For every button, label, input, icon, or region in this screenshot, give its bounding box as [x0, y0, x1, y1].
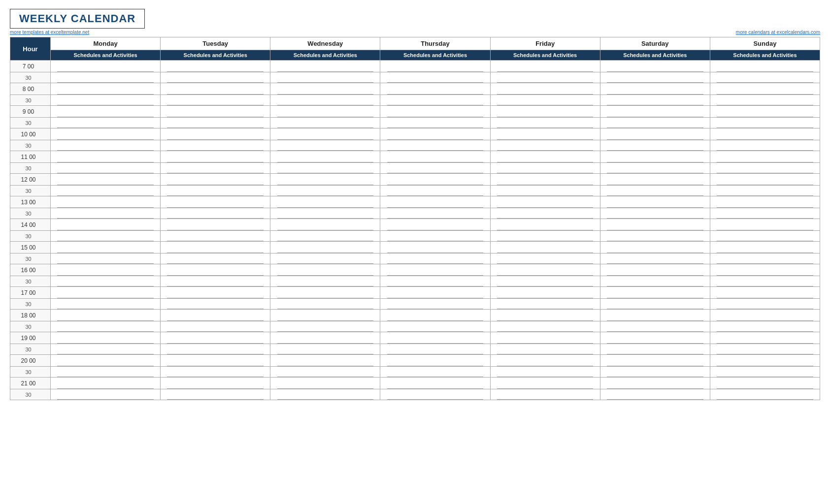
slot-7-00-day5[interactable] — [600, 61, 710, 72]
slot-18-00-day0[interactable] — [51, 310, 161, 321]
slot-13-00-day3[interactable] — [380, 196, 490, 208]
slot-15-30-day3[interactable] — [380, 253, 490, 264]
slot-16-30-day4[interactable] — [490, 276, 600, 287]
slot-18-30-day6[interactable] — [710, 321, 820, 332]
slot-15-30-day1[interactable] — [161, 253, 270, 264]
slot-7-30-day3[interactable] — [380, 72, 490, 83]
slot-16-30-day0[interactable] — [51, 276, 161, 287]
slot-7-30-day6[interactable] — [710, 72, 820, 83]
slot-17-00-day4[interactable] — [490, 287, 600, 299]
slot-8-00-day3[interactable] — [380, 83, 490, 95]
slot-11-30-day2[interactable] — [270, 163, 380, 174]
slot-9-00-day1[interactable] — [161, 106, 270, 118]
slot-13-30-day0[interactable] — [51, 208, 161, 219]
slot-7-00-day2[interactable] — [270, 61, 380, 72]
slot-10-00-day5[interactable] — [600, 128, 710, 140]
slot-20-00-day6[interactable] — [710, 355, 820, 367]
slot-19-30-day6[interactable] — [710, 344, 820, 355]
slot-18-30-day1[interactable] — [161, 321, 270, 332]
slot-16-00-day1[interactable] — [161, 264, 270, 276]
slot-16-30-day3[interactable] — [380, 276, 490, 287]
slot-8-30-day1[interactable] — [161, 95, 270, 106]
slot-18-30-day5[interactable] — [600, 321, 710, 332]
slot-12-30-day3[interactable] — [380, 186, 490, 196]
slot-15-00-day1[interactable] — [161, 242, 270, 253]
slot-17-30-day1[interactable] — [161, 299, 270, 310]
slot-10-00-day0[interactable] — [51, 128, 161, 140]
slot-21-30-day3[interactable] — [380, 389, 490, 400]
slot-21-00-day2[interactable] — [270, 378, 380, 389]
slot-12-00-day6[interactable] — [710, 174, 820, 186]
slot-8-30-day4[interactable] — [490, 95, 600, 106]
slot-17-30-day3[interactable] — [380, 299, 490, 310]
slot-21-30-day2[interactable] — [270, 389, 380, 400]
slot-13-00-day1[interactable] — [161, 196, 270, 208]
slot-10-00-day3[interactable] — [380, 128, 490, 140]
slot-19-30-day0[interactable] — [51, 344, 161, 355]
slot-12-30-day0[interactable] — [51, 186, 161, 196]
slot-16-00-day3[interactable] — [380, 264, 490, 276]
slot-17-30-day5[interactable] — [600, 299, 710, 310]
slot-11-30-day6[interactable] — [710, 163, 820, 174]
slot-21-00-day1[interactable] — [161, 378, 270, 389]
slot-7-30-day1[interactable] — [161, 72, 270, 83]
slot-16-00-day0[interactable] — [51, 264, 161, 276]
slot-15-00-day3[interactable] — [380, 242, 490, 253]
slot-15-00-day2[interactable] — [270, 242, 380, 253]
slot-9-30-day5[interactable] — [600, 118, 710, 128]
slot-13-30-day6[interactable] — [710, 208, 820, 219]
slot-18-30-day3[interactable] — [380, 321, 490, 332]
slot-10-30-day2[interactable] — [270, 140, 380, 151]
slot-14-00-day6[interactable] — [710, 219, 820, 231]
slot-21-30-day6[interactable] — [710, 389, 820, 400]
slot-18-00-day6[interactable] — [710, 310, 820, 321]
slot-20-00-day5[interactable] — [600, 355, 710, 367]
slot-15-30-day4[interactable] — [490, 253, 600, 264]
slot-15-00-day5[interactable] — [600, 242, 710, 253]
slot-8-00-day6[interactable] — [710, 83, 820, 95]
slot-16-00-day4[interactable] — [490, 264, 600, 276]
slot-19-30-day2[interactable] — [270, 344, 380, 355]
slot-10-30-day4[interactable] — [490, 140, 600, 151]
slot-7-30-day0[interactable] — [51, 72, 161, 83]
slot-8-30-day0[interactable] — [51, 95, 161, 106]
slot-20-00-day0[interactable] — [51, 355, 161, 367]
slot-10-00-day6[interactable] — [710, 128, 820, 140]
slot-15-30-day2[interactable] — [270, 253, 380, 264]
slot-12-30-day2[interactable] — [270, 186, 380, 196]
slot-16-30-day5[interactable] — [600, 276, 710, 287]
slot-11-00-day2[interactable] — [270, 151, 380, 163]
slot-16-30-day6[interactable] — [710, 276, 820, 287]
slot-9-30-day2[interactable] — [270, 118, 380, 128]
slot-20-30-day2[interactable] — [270, 367, 380, 378]
slot-18-30-day2[interactable] — [270, 321, 380, 332]
slot-19-00-day0[interactable] — [51, 332, 161, 344]
slot-17-00-day3[interactable] — [380, 287, 490, 299]
slot-18-00-day4[interactable] — [490, 310, 600, 321]
slot-8-00-day2[interactable] — [270, 83, 380, 95]
slot-7-00-day3[interactable] — [380, 61, 490, 72]
slot-21-00-day3[interactable] — [380, 378, 490, 389]
slot-7-00-day0[interactable] — [51, 61, 161, 72]
slot-14-30-day5[interactable] — [600, 231, 710, 242]
slot-11-00-day0[interactable] — [51, 151, 161, 163]
slot-10-00-day1[interactable] — [161, 128, 270, 140]
slot-12-00-day5[interactable] — [600, 174, 710, 186]
slot-10-00-day2[interactable] — [270, 128, 380, 140]
slot-17-30-day0[interactable] — [51, 299, 161, 310]
slot-17-30-day6[interactable] — [710, 299, 820, 310]
slot-21-00-day6[interactable] — [710, 378, 820, 389]
slot-9-00-day6[interactable] — [710, 106, 820, 118]
slot-11-00-day6[interactable] — [710, 151, 820, 163]
slot-14-30-day1[interactable] — [161, 231, 270, 242]
slot-19-00-day2[interactable] — [270, 332, 380, 344]
slot-18-30-day4[interactable] — [490, 321, 600, 332]
slot-9-00-day0[interactable] — [51, 106, 161, 118]
slot-11-00-day1[interactable] — [161, 151, 270, 163]
slot-14-00-day4[interactable] — [490, 219, 600, 231]
slot-12-00-day2[interactable] — [270, 174, 380, 186]
slot-13-00-day6[interactable] — [710, 196, 820, 208]
slot-12-00-day1[interactable] — [161, 174, 270, 186]
slot-20-00-day4[interactable] — [490, 355, 600, 367]
slot-14-30-day4[interactable] — [490, 231, 600, 242]
